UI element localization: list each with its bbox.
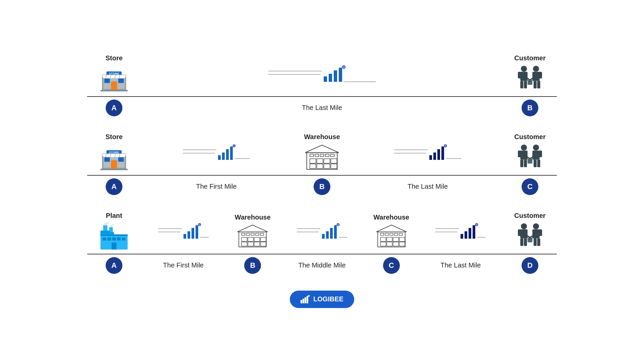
svg-rect-22 [334,70,337,82]
warehouse-icon-3a [237,223,268,249]
svg-rect-183 [534,238,537,246]
warehouse-icon-3b [376,223,407,249]
svg-rect-160 [387,237,392,241]
svg-rect-135 [260,233,264,235]
row1-labels: A The Last Mile B [87,97,557,116]
store-icon-1: STORE [99,63,129,94]
row-3: Plant [87,212,557,274]
mile-label-1: The Last Mile [141,104,503,112]
row3-labels: A The First Mile B The Middle Mile C The… [87,254,557,274]
svg-rect-120 [101,230,110,233]
svg-point-24 [342,65,345,69]
svg-point-127 [198,223,201,226]
svg-point-180 [533,223,539,229]
svg-rect-21 [329,74,332,82]
node-customer-2: Customer [503,133,557,172]
svg-rect-79 [317,164,323,169]
mile-label-3c: The Last Mile [418,261,503,269]
customer-icon-1 [515,63,545,94]
svg-rect-133 [251,233,254,235]
svg-rect-8 [111,81,117,90]
svg-rect-72 [325,154,329,156]
svg-rect-178 [520,238,523,246]
svg-rect-163 [380,242,386,246]
svg-rect-62 [222,153,225,160]
badge-A-row2: A [106,178,122,195]
svg-rect-49 [111,160,117,169]
svg-rect-77 [331,159,337,163]
svg-rect-131 [242,233,245,235]
connector-2b [352,142,503,163]
svg-rect-30 [524,81,527,88]
node-warehouse-3b-label: Warehouse [373,214,409,221]
svg-rect-29 [520,81,523,88]
badge-C-row3: C [383,257,400,274]
svg-rect-17 [101,90,128,92]
svg-rect-48 [118,157,124,162]
signal-icon-2b [394,142,461,163]
svg-rect-94 [524,160,527,167]
svg-rect-98 [534,160,537,167]
svg-rect-140 [242,242,247,246]
svg-rect-169 [461,234,463,239]
svg-rect-171 [469,228,471,239]
svg-rect-85 [433,153,436,160]
connector-1a [141,64,503,84]
svg-rect-125 [192,228,194,239]
svg-rect-156 [390,233,393,235]
logibee-button[interactable]: LOGIBEE [290,291,354,308]
signal-icon-3c [435,221,486,241]
svg-rect-137 [248,237,253,241]
svg-rect-70 [315,154,319,156]
signal-icon-2a [183,142,250,163]
connector-2a [141,142,292,163]
svg-rect-93 [520,160,523,167]
svg-rect-170 [465,231,467,239]
svg-rect-164 [387,242,392,246]
svg-rect-20 [324,76,327,82]
signal-icon-1a [268,64,376,84]
svg-rect-111 [122,237,125,240]
node-store-2-label: Store [105,133,122,141]
svg-rect-58 [101,169,128,170]
svg-rect-64 [230,146,233,160]
badge-C-row2: C [522,178,538,195]
connector-3b [279,221,364,241]
svg-rect-87 [441,146,444,160]
svg-rect-191 [303,299,304,303]
svg-marker-68 [305,145,339,153]
logibee-label: LOGIBEE [313,295,343,303]
svg-rect-161 [393,237,398,241]
svg-rect-124 [187,231,190,239]
logibee-signal-icon [301,295,310,303]
svg-rect-71 [320,154,324,156]
svg-rect-69 [310,154,314,156]
svg-rect-86 [437,149,440,160]
svg-point-175 [521,223,527,229]
svg-rect-147 [326,231,329,239]
svg-rect-97 [538,150,542,157]
svg-rect-148 [330,228,333,239]
row3-icons: Plant [87,212,557,254]
node-store-1: Store STORE [87,54,141,94]
svg-point-26 [521,66,527,72]
diagram-container: Store STORE [87,54,557,308]
badge-B-row3: B [244,257,261,274]
node-warehouse-2: Warehouse [292,133,352,172]
mile-label-2b: The Last Mile [352,183,503,190]
svg-point-95 [533,144,539,150]
svg-rect-184 [537,238,540,246]
row-2: Store STORE [87,133,557,195]
svg-point-118 [112,224,114,226]
svg-point-117 [110,225,112,227]
svg-rect-92 [518,150,522,157]
svg-point-90 [521,144,527,150]
svg-rect-134 [256,233,259,235]
mile-label-3a: The First Mile [141,261,226,269]
connector-3c [418,221,503,241]
node-warehouse-3b: Warehouse [365,214,418,249]
svg-rect-74 [310,159,316,163]
svg-rect-7 [118,78,124,83]
store-icon-2: STORE [99,142,129,172]
node-warehouse-3a-label: Warehouse [235,214,271,221]
